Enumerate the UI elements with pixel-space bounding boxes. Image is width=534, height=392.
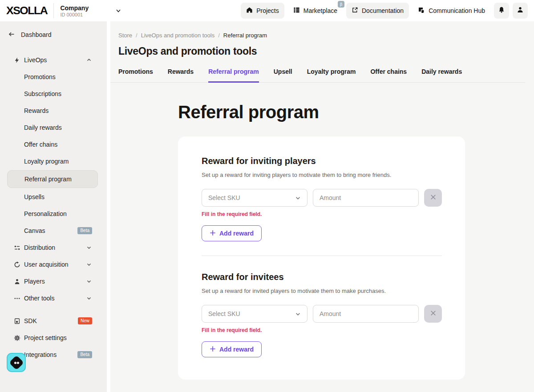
sidebar-item-label: Subscriptions [24,90,61,97]
breadcrumb-current: Referral program [223,32,267,39]
breadcrumb-separator: / [218,32,220,39]
bell-icon [498,6,505,15]
company-selector[interactable]: Company ID 000001 [60,4,89,17]
reward-invitees-title: Reward for invitees [202,272,442,282]
sidebar-item-loyalty-program[interactable]: Loyalty program [0,153,107,170]
amount-input[interactable] [313,305,419,323]
sidebar-item-label: Project settings [24,334,67,341]
validation-error: Fill in the required field. [202,327,442,333]
close-icon [429,309,437,318]
projects-label: Projects [256,7,279,14]
notifications-button[interactable] [494,3,509,19]
sidebar-group-distribution[interactable]: Distribution [0,239,107,256]
sidebar-item-label: Referral program [24,176,72,183]
plus-icon [210,346,216,353]
page-title: LiveOps and promotion tools [118,45,534,57]
breadcrumb-store[interactable]: Store [118,32,132,39]
company-id: ID 000001 [60,12,89,17]
tab-loyalty-program[interactable]: Loyalty program [307,68,356,82]
back-arrow-icon [8,31,15,39]
sidebar-item-offer-chains[interactable]: Offer chains [0,136,107,153]
gear-icon [13,335,20,341]
sidebar-group-other-tools[interactable]: Other tools [0,290,107,307]
person-icon [517,6,524,15]
sidebar-item-label: Canvas [24,227,45,234]
sidebar: Dashboard LiveOps Promotions Subscriptio… [0,21,107,392]
sidebar-item-referral-program[interactable]: Referral program [7,170,98,188]
sku-select-placeholder: Select SKU [208,194,240,201]
sidebar-group-user-acquisition[interactable]: User acquisition [0,256,107,273]
sidebar-item-daily-rewards[interactable]: Daily rewards [0,119,107,136]
breadcrumb: Store / LiveOps and promotion tools / Re… [110,21,534,39]
add-reward-label: Add reward [219,230,254,237]
tab-promotions[interactable]: Promotions [118,68,153,82]
projects-button[interactable]: Projects [241,3,284,19]
sidebar-group-label: LiveOps [24,56,47,64]
add-reward-label: Add reward [219,346,254,353]
tab-daily-rewards[interactable]: Daily rewards [421,68,462,82]
sidebar-item-label: Rewards [24,107,49,114]
sidebar-group-players[interactable]: Players [0,273,107,290]
remove-reward-button[interactable] [424,189,442,207]
new-badge: New [78,317,92,324]
plus-icon [210,230,216,237]
main-content: Store / LiveOps and promotion tools / Re… [110,21,534,392]
beta-badge: Beta [77,351,92,358]
chat-widget-button[interactable] [7,353,26,372]
sidebar-item-subscriptions[interactable]: Subscriptions [0,85,107,102]
sidebar-item-rewards[interactable]: Rewards [0,102,107,119]
bot-icon [9,355,24,370]
external-link-icon [352,7,358,15]
sku-select[interactable]: Select SKU [202,305,307,323]
sidebar-group-label: Distribution [24,244,55,251]
sidebar-group-liveops[interactable]: LiveOps [0,52,107,68]
chevron-down-icon[interactable] [115,8,121,14]
sidebar-item-label: Promotions [24,73,56,80]
sidebar-item-project-settings[interactable]: Project settings [0,329,107,346]
add-reward-button[interactable]: Add reward [202,225,262,241]
tab-upsell[interactable]: Upsell [274,68,292,82]
sidebar-back-dashboard[interactable]: Dashboard [0,28,107,42]
chat-icon [418,7,425,15]
sidebar-item-upsells[interactable]: Upsells [0,188,107,205]
tab-referral-program[interactable]: Referral program [208,68,259,83]
sidebar-item-label: Daily rewards [24,124,62,131]
breadcrumb-separator: / [136,32,138,39]
tab-offer-chains[interactable]: Offer chains [370,68,407,82]
chevron-down-icon [295,311,301,317]
sidebar-group-label: Players [24,278,45,285]
validation-error: Fill in the required field. [202,211,442,217]
sidebar-item-sdk[interactable]: SDK New [0,312,107,329]
reward-row: Select SKU [202,305,442,323]
sku-select[interactable]: Select SKU [202,189,307,207]
sdk-icon [13,318,20,324]
company-name: Company [60,4,89,12]
communication-hub-label: Communication Hub [429,7,485,14]
sidebar-item-personalization[interactable]: Personalization [0,205,107,222]
sidebar-group-label: User acquisition [24,261,69,268]
header-divider [53,3,54,18]
marketplace-button[interactable]: Marketplace β [288,3,343,19]
sidebar-item-label: Integrations [24,351,57,358]
add-reward-button[interactable]: Add reward [202,341,262,357]
top-header: XSOLLA Company ID 000001 Projects Market… [0,0,534,21]
distribution-icon [13,244,20,251]
documentation-label: Documentation [362,7,404,14]
sidebar-item-promotions[interactable]: Promotions [0,68,107,85]
home-icon [246,7,253,15]
amount-input[interactable] [313,189,419,207]
sidebar-item-canvas[interactable]: Canvas Beta [0,222,107,239]
tab-rewards[interactable]: Rewards [168,68,194,82]
chevron-down-icon [295,195,301,201]
referral-settings-card: Reward for inviting players Set up a rew… [178,136,465,380]
communication-hub-button[interactable]: Communication Hub [413,3,490,19]
remove-reward-button[interactable] [424,305,442,323]
bolt-icon [13,57,20,64]
sidebar-item-label: Upsells [24,193,44,200]
header-actions: Projects Marketplace β Documentation [241,3,534,19]
account-button[interactable] [513,3,528,19]
breadcrumb-liveops[interactable]: LiveOps and promotion tools [141,32,214,39]
documentation-button[interactable]: Documentation [346,3,409,19]
tab-bar: Promotions Rewards Referral program Upse… [110,68,525,83]
marketplace-label: Marketplace [303,7,337,14]
